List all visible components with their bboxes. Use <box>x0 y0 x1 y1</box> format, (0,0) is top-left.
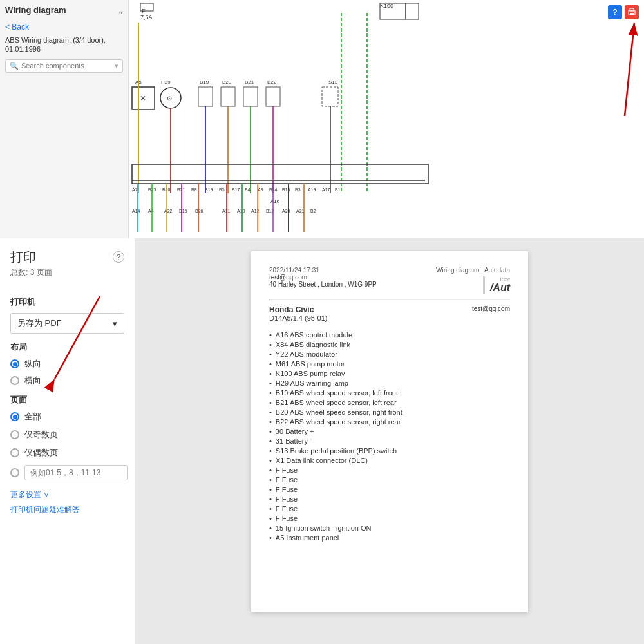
bottom-section: 打印 总数: 3 页面 ? 打印机 另存为 PDF ▾ 布局 纵向 横向 页面 <box>0 238 644 644</box>
layout-section-label: 布局 <box>10 341 124 353</box>
svg-rect-75 <box>630 13 634 15</box>
component-list-item: 31 Battery - <box>269 436 510 446</box>
svg-text:B1: B1 <box>335 187 341 192</box>
svg-text:A14: A14 <box>132 209 140 213</box>
sidebar: Wiring diagram « < Back ABS Wiring diagr… <box>0 0 129 238</box>
printer-value: 另存为 PDF <box>17 317 62 329</box>
sidebar-search-container: 🔍 ▾ <box>5 59 123 73</box>
search-input[interactable] <box>21 62 112 70</box>
components-list: A16 ABS control moduleX84 ABS diagnostic… <box>269 330 510 542</box>
component-list-item: 15 Ignition switch - ignition ON <box>269 523 510 533</box>
preview-logo: /Aut <box>490 282 510 294</box>
svg-text:B5: B5 <box>219 187 225 192</box>
preview-date: 2022/11/24 17:31 <box>269 267 377 274</box>
pages-all-label: 全部 <box>24 411 41 422</box>
component-list-item: F Fuse <box>269 504 510 513</box>
component-list-item: F Fuse <box>269 494 510 504</box>
component-list-item: M61 ABS pump motor <box>269 359 510 368</box>
component-list-item: F Fuse <box>269 513 510 523</box>
print-panel: 打印 总数: 3 页面 ? 打印机 另存为 PDF ▾ 布局 纵向 横向 页面 <box>0 238 135 644</box>
svg-text:B8: B8 <box>191 187 197 192</box>
preview-header-email: test@qq.com <box>269 274 377 281</box>
preview-logo-prefix: Pow <box>490 276 510 282</box>
pages-all-radio[interactable] <box>10 412 19 421</box>
svg-text:A4: A4 <box>148 209 154 213</box>
component-list-item: A5 Instrument panel <box>269 533 510 542</box>
svg-text:A7: A7 <box>132 187 138 192</box>
sidebar-back-button[interactable]: < Back <box>5 23 123 32</box>
vehicle-email: test@qq.com <box>472 305 510 322</box>
printer-dropdown[interactable]: 另存为 PDF ▾ <box>10 313 124 334</box>
sidebar-title: Wiring diagram <box>5 5 66 15</box>
print-button[interactable] <box>625 5 639 19</box>
layout-radio-group: 纵向 横向 <box>10 358 124 386</box>
pages-radio-group: 全部 仅奇数页 仅偶数页 <box>10 411 124 480</box>
svg-text:B20: B20 <box>222 79 232 85</box>
dropdown-chevron-icon: ▾ <box>113 319 117 328</box>
pages-odd-label: 仅奇数页 <box>24 429 58 440</box>
layout-portrait-label: 纵向 <box>24 358 41 370</box>
sidebar-diagram-label: ABS Wiring diagram, (3/4 door), 01.01.19… <box>5 35 123 54</box>
pages-even-radio[interactable] <box>10 448 19 457</box>
svg-text:H29: H29 <box>161 79 171 85</box>
svg-text:B22: B22 <box>267 79 277 85</box>
svg-rect-0 <box>129 0 644 238</box>
component-list-item: 30 Battery + <box>269 426 510 436</box>
print-subtitle: 总数: 3 页面 <box>10 267 52 278</box>
component-list-item: F Fuse <box>269 484 510 494</box>
vehicle-model: D14A5/1.4 (95-01) <box>269 314 328 322</box>
printer-icon <box>627 8 636 17</box>
print-title: 打印 <box>10 249 52 266</box>
svg-text:S13: S13 <box>328 79 338 85</box>
preview-page: 2022/11/24 17:31 test@qq.com 40 Harley S… <box>251 251 528 612</box>
pages-odd-option[interactable]: 仅奇数页 <box>10 429 124 440</box>
pages-custom-radio[interactable] <box>10 468 19 477</box>
svg-text:A10: A10 <box>237 209 245 213</box>
printer-help-link[interactable]: 打印机问题疑难解答 <box>10 504 124 515</box>
svg-text:B3: B3 <box>295 187 301 192</box>
svg-text:A21: A21 <box>296 209 305 213</box>
layout-portrait-option[interactable]: 纵向 <box>10 358 124 370</box>
pages-custom-input[interactable] <box>24 465 128 480</box>
pages-all-option[interactable]: 全部 <box>10 411 124 422</box>
svg-text:B16: B16 <box>179 209 187 213</box>
svg-text:B19: B19 <box>205 187 213 192</box>
pages-odd-radio[interactable] <box>10 430 19 439</box>
layout-landscape-option[interactable]: 横向 <box>10 375 124 386</box>
preview-divider <box>269 299 510 300</box>
svg-text:B26: B26 <box>195 209 204 213</box>
component-list-item: X84 ABS diagnostic link <box>269 339 510 349</box>
layout-portrait-radio[interactable] <box>10 359 19 368</box>
component-list-item: K100 ABS pump relay <box>269 368 510 378</box>
vehicle-name: Honda Civic <box>269 305 328 314</box>
sidebar-collapse-button[interactable]: « <box>119 8 123 16</box>
search-icon: 🔍 <box>10 62 19 70</box>
print-preview: 2022/11/24 17:31 test@qq.com 40 Harley S… <box>135 238 644 644</box>
svg-text:B19: B19 <box>200 79 209 85</box>
pages-even-label: 仅偶数页 <box>24 447 58 459</box>
svg-text:⊙: ⊙ <box>167 95 172 102</box>
component-list-item: B20 ABS wheel speed sensor, right front <box>269 407 510 417</box>
component-list-item: H29 ABS warning lamp <box>269 378 510 388</box>
pages-even-option[interactable]: 仅偶数页 <box>10 447 124 459</box>
print-help-icon[interactable]: ? <box>113 251 124 263</box>
svg-text:A16: A16 <box>270 198 280 204</box>
pages-custom-container <box>10 465 124 480</box>
pages-section-label: 页面 <box>10 394 124 406</box>
preview-vehicle: Honda Civic D14A5/1.4 (95-01) test@qq.co… <box>269 305 510 322</box>
dropdown-icon: ▾ <box>115 62 118 70</box>
component-list-item: X1 Data link connector (DLC) <box>269 455 510 465</box>
component-list-item: B19 ABS wheel speed sensor, left front <box>269 388 510 397</box>
help-button[interactable]: ? <box>608 5 622 19</box>
svg-point-77 <box>633 12 634 13</box>
layout-landscape-radio[interactable] <box>10 376 19 385</box>
layout-landscape-label: 横向 <box>24 375 41 386</box>
component-list-item: Y22 ABS modulator <box>269 349 510 359</box>
preview-header: 2022/11/24 17:31 test@qq.com 40 Harley S… <box>269 267 510 294</box>
preview-address: 40 Harley Street , London , W1G 9PP <box>269 281 377 288</box>
more-settings-link[interactable]: 更多设置 ∨ <box>10 489 124 500</box>
svg-text:✕: ✕ <box>140 94 146 103</box>
top-right-icons: ? <box>608 5 639 19</box>
svg-text:A22: A22 <box>164 209 173 213</box>
component-list-item: F Fuse <box>269 475 510 484</box>
